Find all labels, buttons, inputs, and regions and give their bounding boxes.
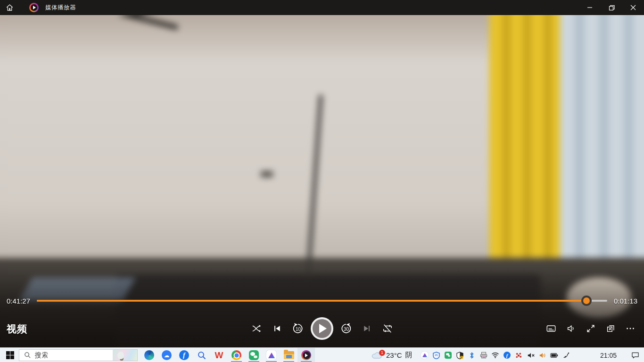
tray-wechat-icon[interactable] [444, 351, 452, 359]
file-explorer-icon [284, 351, 294, 359]
taskbar-weather[interactable]: 1 23°C 阴 [372, 348, 413, 362]
search-daily-illustration [113, 349, 137, 361]
search-placeholder: 搜索 [35, 351, 113, 360]
close-icon [630, 5, 636, 10]
minimize-icon [587, 5, 593, 10]
taskbar-app-search-tool[interactable] [193, 348, 210, 362]
previous-icon [272, 324, 282, 333]
screen: 媒体播放器 [0, 0, 644, 362]
shuffle-button[interactable] [248, 321, 264, 337]
repeat-off-icon [382, 323, 393, 334]
system-tray: f [421, 348, 570, 362]
titlebar-left: 媒体播放器 [0, 0, 76, 15]
taskbar-clock[interactable]: 21:05 [600, 348, 617, 362]
cloud-drive-icon: ☁ [162, 350, 172, 360]
taskbar-app-wechat[interactable] [245, 348, 263, 362]
current-time: 0:41:27 [7, 297, 30, 305]
windows-logo-icon [6, 351, 14, 359]
weather-temperature: 23°C [386, 351, 402, 359]
volume-button[interactable] [563, 321, 579, 337]
wechat-icon [249, 350, 259, 360]
svg-text:10: 10 [296, 327, 301, 332]
svg-text:30: 30 [344, 327, 349, 332]
previous-button[interactable] [269, 321, 285, 337]
play-icon [319, 324, 327, 333]
skip-forward-30-button[interactable]: 30 [338, 321, 354, 337]
repeat-off-button[interactable] [380, 321, 396, 337]
tray-wifi-icon[interactable] [491, 351, 499, 359]
remaining-time: 0:01:13 [614, 297, 637, 305]
more-options-icon [625, 323, 636, 334]
tray-defender-warning-icon[interactable] [456, 351, 464, 359]
shuffle-icon [251, 323, 262, 334]
media-player-taskbar-icon [301, 350, 311, 360]
pinned-apps: ☁ f W [140, 348, 315, 362]
video-area[interactable]: 0:41:27 0:01:13 视频 [0, 15, 644, 347]
home-icon [6, 4, 14, 12]
wps-icon: W [214, 350, 224, 361]
subtitles-icon [546, 323, 556, 334]
skip-back-10-button[interactable]: 10 [290, 321, 306, 337]
window-controls [579, 0, 644, 15]
seek-thumb[interactable] [581, 296, 592, 306]
subtitles-button[interactable] [543, 321, 559, 337]
tray-triangle-app-icon[interactable] [421, 351, 429, 359]
skip-forward-30-icon: 30 [340, 322, 352, 335]
start-button[interactable] [3, 348, 17, 362]
video-title: 视频 [7, 322, 27, 336]
weather-cloud-icon: 1 [372, 351, 383, 360]
tray-printer-icon[interactable] [479, 351, 487, 359]
taskbar: 搜索 ☁ f W [0, 347, 644, 362]
taskbar-app-chrome[interactable] [228, 348, 245, 362]
taskbar-app-file-explorer[interactable] [280, 348, 297, 362]
taskbar-app-cloud-drive[interactable]: ☁ [158, 348, 175, 362]
app-title: 媒体播放器 [45, 4, 76, 12]
notification-icon [631, 352, 639, 359]
secondary-controls [543, 321, 638, 337]
triangle-app-icon [266, 350, 276, 360]
close-button[interactable] [622, 0, 644, 15]
tray-mute-icon[interactable] [527, 351, 535, 359]
titlebar: 媒体播放器 [0, 0, 644, 15]
mini-player-icon [605, 323, 616, 334]
next-button[interactable] [359, 321, 375, 337]
taskbar-app-triangle[interactable] [263, 348, 280, 362]
tray-bluetooth-icon[interactable] [468, 351, 476, 359]
weather-alert-badge: 1 [379, 350, 385, 356]
weather-condition: 阴 [405, 351, 413, 360]
home-button[interactable] [0, 0, 19, 15]
next-icon [362, 324, 372, 333]
media-player-logo-icon [29, 3, 39, 12]
tray-pen-icon[interactable] [562, 351, 570, 359]
edge-icon [144, 350, 154, 360]
fullscreen-icon [586, 323, 596, 334]
play-button[interactable] [311, 317, 333, 340]
taskbar-app-blue-f[interactable]: f [175, 348, 193, 362]
tray-red-cluster-icon[interactable] [515, 351, 523, 359]
restore-button[interactable] [601, 0, 622, 15]
taskbar-app-wps[interactable]: W [210, 348, 228, 362]
transport-controls: 10 30 [248, 317, 396, 340]
skip-back-10-icon: 10 [292, 322, 304, 335]
taskbar-app-media-player[interactable] [297, 348, 315, 362]
restore-icon [609, 5, 615, 11]
search-icon [24, 352, 31, 359]
blue-f-icon: f [179, 350, 189, 360]
seek-bar[interactable] [37, 300, 607, 302]
seek-bar-fill [37, 300, 586, 302]
volume-icon [566, 323, 576, 334]
tray-blue-f-icon[interactable]: f [503, 351, 511, 359]
fullscreen-button[interactable] [583, 321, 599, 337]
taskbar-app-edge[interactable] [140, 348, 158, 362]
search-tool-icon [197, 351, 206, 360]
tray-shield-blue-icon[interactable] [432, 351, 440, 359]
tray-speaker-orange-icon[interactable] [538, 351, 546, 359]
tray-battery-icon[interactable] [550, 351, 558, 359]
notification-center-button[interactable] [631, 348, 639, 362]
mini-player-button[interactable] [603, 321, 619, 337]
chrome-icon [231, 350, 241, 360]
more-options-button[interactable] [622, 321, 638, 337]
minimize-button[interactable] [579, 0, 601, 15]
taskbar-search[interactable]: 搜索 [19, 349, 138, 361]
